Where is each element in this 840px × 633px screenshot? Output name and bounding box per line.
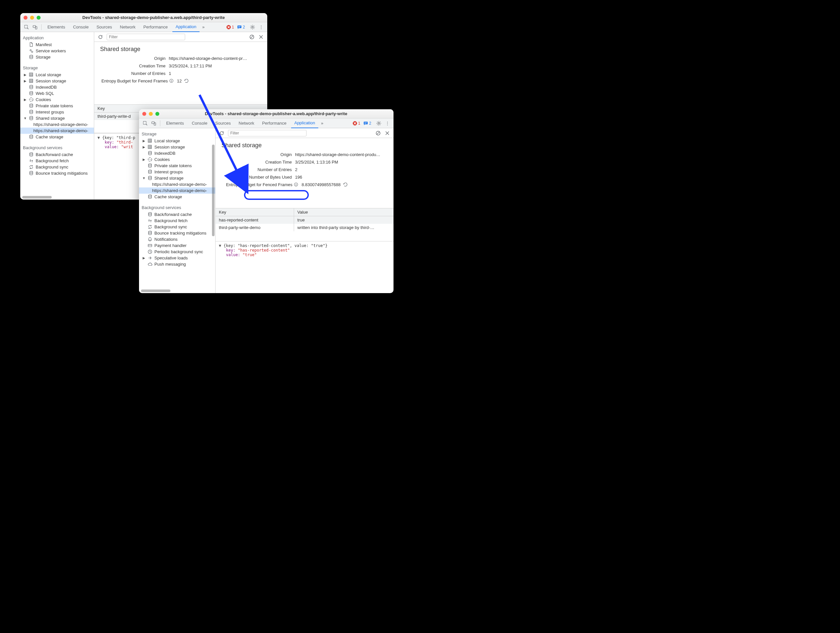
- tab-elements[interactable]: Elements: [163, 118, 187, 128]
- settings-icon[interactable]: [375, 120, 382, 127]
- filter-input[interactable]: [107, 34, 185, 40]
- sidebar-vertical-scrollbar[interactable]: [212, 145, 215, 236]
- tab-sources[interactable]: Sources: [212, 118, 234, 128]
- minimize-dot[interactable]: [149, 112, 153, 116]
- error-badge[interactable]: 1: [226, 25, 234, 30]
- sidebar-item-cookies[interactable]: ▶Cookies: [20, 96, 94, 103]
- traffic-lights[interactable]: [24, 16, 41, 20]
- device-icon[interactable]: [32, 24, 39, 31]
- sidebar-horizontal-scrollbar[interactable]: [141, 289, 171, 292]
- error-badge[interactable]: 1: [353, 121, 360, 126]
- tab-sources[interactable]: Sources: [93, 22, 115, 32]
- tab-elements[interactable]: Elements: [44, 22, 68, 32]
- sidebar-item-indexeddb[interactable]: IndexedDB: [139, 150, 215, 156]
- clear-icon[interactable]: [375, 130, 381, 136]
- expand-icon[interactable]: ▶: [142, 256, 145, 260]
- reload-icon[interactable]: [219, 130, 225, 136]
- sidebar-item-websql[interactable]: Web SQL: [20, 90, 94, 96]
- zoom-dot[interactable]: [36, 16, 41, 20]
- sidebar-item-speculative-loads[interactable]: ▶Speculative loads: [139, 255, 215, 261]
- expand-icon[interactable]: ▶: [142, 158, 145, 161]
- reset-entropy-icon[interactable]: [343, 182, 348, 187]
- sidebar-item-bf-cache[interactable]: Back/forward cache: [20, 152, 94, 158]
- minimize-dot[interactable]: [30, 16, 34, 20]
- tab-network[interactable]: Network: [117, 22, 139, 32]
- col-key[interactable]: Key: [216, 208, 294, 216]
- sidebar-item-indexeddb[interactable]: IndexedDB: [20, 84, 94, 90]
- tab-application[interactable]: Application: [172, 22, 200, 32]
- sidebar-item-bounce-tracking[interactable]: Bounce tracking mitigations: [20, 170, 94, 176]
- expand-icon[interactable]: ▶: [24, 98, 27, 101]
- sidebar-item-bounce-tracking[interactable]: Bounce tracking mitigations: [139, 230, 215, 236]
- tab-performance[interactable]: Performance: [259, 118, 289, 128]
- tab-network[interactable]: Network: [235, 118, 258, 128]
- issues-badge[interactable]: 2: [363, 121, 371, 126]
- sidebar-item-session-storage[interactable]: ▶Session storage: [20, 78, 94, 84]
- shared-storage-origin-1[interactable]: https://shared-storage-demo-: [20, 128, 94, 134]
- device-icon[interactable]: [150, 120, 157, 127]
- issues-badge[interactable]: 2: [237, 25, 245, 30]
- table-row[interactable]: third-party-write-demowritten into third…: [216, 224, 393, 231]
- sidebar-item-private-state-tokens[interactable]: Private state tokens: [20, 103, 94, 109]
- sidebar-item-cache-storage[interactable]: Cache storage: [20, 134, 94, 140]
- inspect-icon[interactable]: [23, 24, 30, 31]
- collapse-icon[interactable]: ▼: [142, 176, 145, 180]
- sidebar-item-bg-fetch[interactable]: Background fetch: [20, 158, 94, 164]
- reload-icon[interactable]: [98, 34, 103, 40]
- tab-console[interactable]: Console: [188, 118, 211, 128]
- expand-icon[interactable]: ▶: [24, 73, 27, 77]
- filter-input[interactable]: [228, 130, 306, 136]
- close-dot[interactable]: [142, 112, 146, 116]
- table-row[interactable]: has-reported-contenttrue: [216, 216, 393, 224]
- zoom-dot[interactable]: [155, 112, 159, 116]
- sidebar-item-payment-handler[interactable]: Payment handler: [139, 242, 215, 249]
- sidebar-item-storage[interactable]: Storage: [20, 54, 94, 60]
- tab-application[interactable]: Application: [291, 118, 319, 128]
- info-icon[interactable]: [294, 182, 298, 187]
- inspect-icon[interactable]: [142, 120, 149, 127]
- expand-icon[interactable]: ▶: [24, 79, 27, 83]
- traffic-lights[interactable]: [142, 112, 159, 116]
- info-icon[interactable]: [169, 79, 174, 83]
- sidebar-item-shared-storage[interactable]: ▼Shared storage: [20, 115, 94, 122]
- sidebar-item-service-workers[interactable]: Service workers: [20, 48, 94, 54]
- kebab-icon[interactable]: ⋮: [384, 120, 391, 127]
- sidebar-item-notifications[interactable]: Notifications: [139, 236, 215, 242]
- sidebar-item-session-storage[interactable]: ▶Session storage: [139, 144, 215, 150]
- expand-icon[interactable]: ▶: [142, 139, 145, 143]
- shared-storage-origin-1[interactable]: https://shared-storage-demo-: [139, 188, 215, 194]
- expand-icon[interactable]: ▶: [142, 145, 145, 149]
- sidebar-horizontal-scrollbar[interactable]: [22, 196, 52, 199]
- sidebar-item-local-storage[interactable]: ▶Local storage: [20, 72, 94, 78]
- tab-performance[interactable]: Performance: [140, 22, 171, 32]
- sidebar-item-push-messaging[interactable]: Push messaging: [139, 261, 215, 267]
- clear-icon[interactable]: [249, 34, 255, 40]
- database-icon: [29, 134, 34, 139]
- sidebar-item-cache-storage[interactable]: Cache storage: [139, 194, 215, 200]
- settings-icon[interactable]: [249, 24, 256, 31]
- sidebar-item-bg-sync[interactable]: Background sync: [139, 224, 215, 230]
- reset-entropy-icon[interactable]: [184, 79, 189, 83]
- sidebar-item-local-storage[interactable]: ▶Local storage: [139, 138, 215, 144]
- sidebar-item-bg-fetch[interactable]: Background fetch: [139, 218, 215, 224]
- close-dot[interactable]: [24, 16, 27, 20]
- sidebar-item-cookies[interactable]: ▶Cookies: [139, 156, 215, 163]
- shared-storage-origin-0[interactable]: https://shared-storage-demo-: [20, 122, 94, 128]
- sidebar-item-bg-sync[interactable]: Background sync: [20, 164, 94, 170]
- collapse-icon[interactable]: ▼: [24, 117, 27, 120]
- sidebar-item-periodic-sync[interactable]: Periodic background sync: [139, 249, 215, 255]
- sidebar-item-private-state-tokens[interactable]: Private state tokens: [139, 163, 215, 169]
- sidebar-item-manifest[interactable]: Manifest: [20, 41, 94, 48]
- tabs-overflow[interactable]: »: [201, 22, 206, 32]
- sidebar-item-shared-storage[interactable]: ▼Shared storage: [139, 175, 215, 181]
- sidebar-item-interest-groups[interactable]: Interest groups: [139, 169, 215, 175]
- tabs-overflow[interactable]: »: [320, 118, 324, 128]
- shared-storage-origin-0[interactable]: https://shared-storage-demo-: [139, 181, 215, 188]
- sidebar-item-interest-groups[interactable]: Interest groups: [20, 109, 94, 115]
- close-icon[interactable]: [384, 130, 390, 136]
- kebab-icon[interactable]: ⋮: [257, 24, 265, 31]
- tab-console[interactable]: Console: [69, 22, 92, 32]
- col-value[interactable]: Value: [294, 208, 393, 216]
- close-icon[interactable]: [258, 34, 264, 40]
- sidebar-item-bf-cache[interactable]: Back/forward cache: [139, 212, 215, 218]
